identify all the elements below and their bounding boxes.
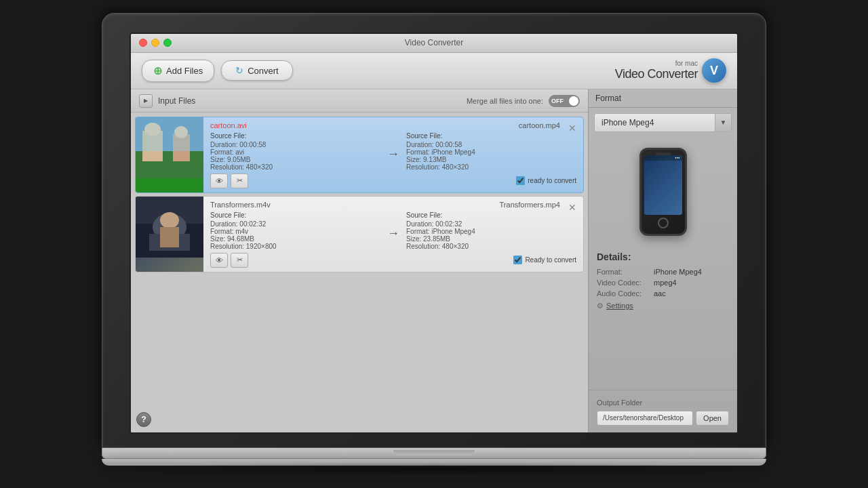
video-codec-key: Video Codec: <box>597 279 651 287</box>
dst-col: Source File: Duration: 00:00:58 Format: … <box>406 132 576 171</box>
ready-checkbox[interactable] <box>513 256 522 264</box>
merge-area: Merge all files into one: OFF <box>467 95 580 107</box>
merge-label: Merge all files into one: <box>467 97 543 105</box>
dst-duration: Duration: 00:00:58 <box>406 141 576 148</box>
edit-button[interactable]: ✂ <box>231 174 248 188</box>
src-format: Format: avi <box>210 148 380 156</box>
toggle-knob <box>569 96 578 106</box>
src-duration: Duration: 00:02:32 <box>210 220 380 228</box>
svg-rect-6 <box>136 117 203 151</box>
file-item[interactable]: ✕ cartoon.avi cartoon.mp4 Source File: <box>135 117 584 193</box>
minimize-button[interactable] <box>151 39 159 47</box>
close-button[interactable] <box>139 39 147 47</box>
dst-filename: cartoon.mp4 <box>519 121 560 129</box>
src-col: Source File: Duration: 00:00:58 Format: … <box>210 132 380 171</box>
details-section: Details: Format: iPhone Mpeg4 Video Code… <box>589 246 737 386</box>
plus-icon: ⊕ <box>153 64 162 77</box>
dst-format: Format: iPhone Mpeg4 <box>406 228 576 235</box>
main-area: ▶ Input Files Merge all files into one: … <box>131 89 737 432</box>
file-actions: 👁 ✂ Ready to convert <box>210 253 576 268</box>
convert-icon: ↻ <box>235 65 243 76</box>
ready-area: ready to convert <box>516 176 576 185</box>
file-thumbnail <box>136 117 203 192</box>
brand-formac: for mac <box>615 60 698 67</box>
divider <box>589 390 737 390</box>
arrow-icon: → <box>383 226 403 241</box>
app-window: ⊕ Add Files ↻ Convert for mac Video Conv… <box>131 53 737 432</box>
dst-label: Source File: <box>406 211 576 219</box>
settings-row: ⚙ Settings <box>597 302 729 310</box>
file-info: ✕ cartoon.avi cartoon.mp4 Source File: <box>203 117 583 192</box>
preview-button[interactable]: 👁 <box>210 174 228 188</box>
video-codec-detail-line: Video Codec: mpeg4 <box>597 279 729 287</box>
file-names-row: Transformers.m4v Transformers.mp4 <box>210 201 576 209</box>
audio-codec-detail-line: Audio Codec: aac <box>597 289 729 298</box>
input-files-label: Input Files <box>158 96 195 106</box>
format-detail-line: Format: iPhone Mpeg4 <box>597 268 729 276</box>
add-files-button[interactable]: ⊕ Add Files <box>142 60 214 82</box>
file-details-row: Source File: Duration: 00:00:58 Format: … <box>210 132 576 171</box>
files-header-left: ▶ Input Files <box>139 94 195 108</box>
output-folder-label: Output Folder <box>597 399 729 407</box>
arrow-icon: → <box>383 147 403 161</box>
dst-col: Source File: Duration: 00:02:32 Format: … <box>406 211 576 250</box>
files-header: ▶ Input Files Merge all files into one: … <box>131 89 588 113</box>
open-folder-button[interactable]: Open <box>696 411 729 426</box>
file-names-row: cartoon.avi cartoon.mp4 <box>210 121 576 129</box>
device-preview: ●●● <box>589 138 737 246</box>
delete-button[interactable]: ✕ <box>566 201 579 214</box>
file-item[interactable]: ✕ Transformers.m4v Transformers.mp4 Sour… <box>135 196 584 272</box>
src-size: Size: 9.05MB <box>210 156 380 163</box>
dst-resolution: Resolution: 480×320 <box>406 243 576 250</box>
dst-duration: Duration: 00:02:32 <box>406 220 576 228</box>
preview-button[interactable]: 👁 <box>210 253 228 268</box>
src-size: Size: 94.68MB <box>210 235 380 243</box>
delete-button[interactable]: ✕ <box>566 121 579 135</box>
svg-point-11 <box>160 212 179 228</box>
edit-button[interactable]: ✂ <box>231 253 248 268</box>
ready-label: ready to convert <box>528 177 576 184</box>
help-button[interactable]: ? <box>136 412 151 427</box>
convert-button[interactable]: ↻ Convert <box>221 60 293 81</box>
ready-checkbox[interactable] <box>516 176 525 185</box>
format-selector[interactable]: iPhone Mpeg4 ▼ <box>594 113 732 132</box>
screen-bezel: Video Converter ⊕ Add Files ↻ Convert <box>102 13 766 448</box>
titlebar: Video Converter <box>131 34 737 53</box>
file-info: ✕ Transformers.m4v Transformers.mp4 Sour… <box>203 197 583 272</box>
app-screen: Video Converter ⊕ Add Files ↻ Convert <box>130 33 738 434</box>
output-section: Output Folder /Users/tenorshare/Desktop … <box>589 394 737 432</box>
laptop-shadow <box>102 462 766 476</box>
dst-size: Size: 9.13MB <box>406 156 576 163</box>
maximize-button[interactable] <box>163 39 172 47</box>
play-small-icon[interactable]: ▶ <box>139 94 153 108</box>
src-filename: Transformers.m4v <box>210 201 271 209</box>
laptop-container: Video Converter ⊕ Add Files ↻ Convert <box>102 13 766 476</box>
cartoon-thumb <box>136 117 203 192</box>
gear-icon: ⚙ <box>597 302 604 310</box>
settings-link[interactable]: Settings <box>606 302 633 310</box>
src-label: Source File: <box>210 211 380 219</box>
dst-size: Size: 23.85MB <box>406 235 576 243</box>
src-resolution: Resolution: 480×320 <box>210 163 380 171</box>
iphone-status-bar: ●●● <box>644 155 682 161</box>
action-btns: 👁 ✂ <box>210 253 248 268</box>
action-btns: 👁 ✂ <box>210 174 248 188</box>
iphone-speaker <box>655 152 671 155</box>
brand-name: Video Converter <box>615 67 698 81</box>
toolbar: ⊕ Add Files ↻ Convert for mac Video Conv… <box>131 53 737 89</box>
src-label: Source File: <box>210 132 380 140</box>
merge-toggle[interactable]: OFF <box>549 95 580 107</box>
file-thumbnail <box>136 197 203 272</box>
convert-label: Convert <box>248 66 279 76</box>
iphone-home-button <box>658 218 669 228</box>
dst-filename: Transformers.mp4 <box>500 201 560 209</box>
files-list: ✕ cartoon.avi cartoon.mp4 Source File: <box>131 113 588 407</box>
ready-area: Ready to convert <box>513 256 576 264</box>
brand-logo-icon: V <box>702 58 726 83</box>
format-val: iPhone Mpeg4 <box>654 268 702 276</box>
hinge-notch <box>393 450 475 455</box>
video-codec-val: mpeg4 <box>654 279 677 287</box>
format-dropdown-button[interactable]: ▼ <box>715 114 731 131</box>
toggle-text: OFF <box>551 98 564 104</box>
window-controls <box>139 39 172 47</box>
